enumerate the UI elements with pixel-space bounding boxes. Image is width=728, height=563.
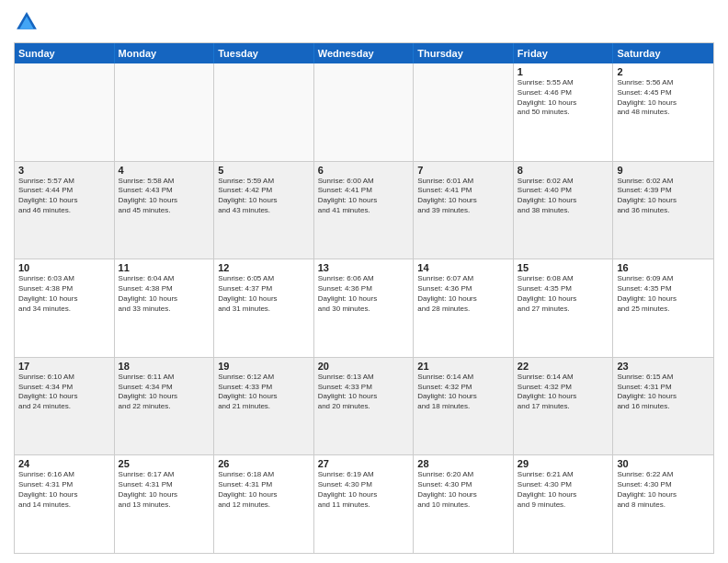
day-number: 3 bbox=[18, 165, 110, 176]
weekday-header-saturday: Saturday bbox=[613, 43, 713, 63]
day-number: 12 bbox=[218, 262, 310, 273]
day-info: Sunrise: 6:21 AM Sunset: 4:30 PM Dayligh… bbox=[518, 470, 609, 510]
day-number: 25 bbox=[119, 458, 210, 469]
day-info: Sunrise: 6:20 AM Sunset: 4:30 PM Dayligh… bbox=[417, 470, 509, 510]
day-number: 27 bbox=[318, 458, 410, 469]
page: SundayMondayTuesdayWednesdayThursdayFrid… bbox=[0, 0, 728, 563]
calendar-cell: 29Sunrise: 6:21 AM Sunset: 4:30 PM Dayli… bbox=[514, 455, 614, 553]
calendar-cell: 13Sunrise: 6:06 AM Sunset: 4:36 PM Dayli… bbox=[314, 259, 415, 357]
day-info: Sunrise: 5:58 AM Sunset: 4:43 PM Dayligh… bbox=[119, 177, 210, 216]
day-number: 24 bbox=[18, 458, 110, 469]
weekday-header-friday: Friday bbox=[514, 43, 614, 63]
calendar-cell bbox=[314, 63, 415, 161]
calendar-cell: 5Sunrise: 5:59 AM Sunset: 4:42 PM Daylig… bbox=[214, 162, 314, 259]
calendar-cell: 21Sunrise: 6:14 AM Sunset: 4:32 PM Dayli… bbox=[414, 358, 514, 455]
calendar-cell: 24Sunrise: 6:16 AM Sunset: 4:31 PM Dayli… bbox=[15, 455, 115, 553]
day-number: 22 bbox=[518, 361, 609, 372]
calendar-cell: 26Sunrise: 6:18 AM Sunset: 4:31 PM Dayli… bbox=[214, 455, 314, 553]
calendar-cell: 23Sunrise: 6:15 AM Sunset: 4:31 PM Dayli… bbox=[613, 358, 713, 455]
day-info: Sunrise: 6:11 AM Sunset: 4:34 PM Dayligh… bbox=[119, 373, 210, 412]
weekday-header-sunday: Sunday bbox=[15, 43, 115, 63]
weekday-header-monday: Monday bbox=[115, 43, 215, 63]
day-number: 16 bbox=[617, 262, 710, 273]
day-number: 20 bbox=[318, 361, 410, 372]
calendar-body: 1Sunrise: 5:55 AM Sunset: 4:46 PM Daylig… bbox=[15, 63, 713, 553]
calendar-cell: 16Sunrise: 6:09 AM Sunset: 4:35 PM Dayli… bbox=[613, 259, 713, 357]
day-number: 15 bbox=[518, 262, 609, 273]
calendar-header: SundayMondayTuesdayWednesdayThursdayFrid… bbox=[15, 43, 713, 63]
header bbox=[14, 9, 714, 35]
calendar-cell: 2Sunrise: 5:56 AM Sunset: 4:45 PM Daylig… bbox=[613, 63, 713, 161]
day-info: Sunrise: 5:55 AM Sunset: 4:46 PM Dayligh… bbox=[518, 78, 609, 118]
calendar-cell: 3Sunrise: 5:57 AM Sunset: 4:44 PM Daylig… bbox=[15, 162, 115, 259]
day-info: Sunrise: 5:56 AM Sunset: 4:45 PM Dayligh… bbox=[617, 78, 710, 118]
calendar-cell: 27Sunrise: 6:19 AM Sunset: 4:30 PM Dayli… bbox=[314, 455, 415, 553]
day-info: Sunrise: 6:02 AM Sunset: 4:40 PM Dayligh… bbox=[518, 177, 609, 216]
calendar-cell: 4Sunrise: 5:58 AM Sunset: 4:43 PM Daylig… bbox=[115, 162, 215, 259]
day-number: 13 bbox=[318, 262, 410, 273]
calendar-cell: 12Sunrise: 6:05 AM Sunset: 4:37 PM Dayli… bbox=[214, 259, 314, 357]
day-info: Sunrise: 5:59 AM Sunset: 4:42 PM Dayligh… bbox=[218, 177, 310, 216]
day-info: Sunrise: 6:18 AM Sunset: 4:31 PM Dayligh… bbox=[218, 470, 310, 510]
day-number: 4 bbox=[119, 165, 210, 176]
day-number: 17 bbox=[18, 361, 110, 372]
day-info: Sunrise: 6:00 AM Sunset: 4:41 PM Dayligh… bbox=[318, 177, 410, 216]
day-info: Sunrise: 6:02 AM Sunset: 4:39 PM Dayligh… bbox=[617, 177, 710, 216]
calendar-cell: 1Sunrise: 5:55 AM Sunset: 4:46 PM Daylig… bbox=[514, 63, 614, 161]
calendar-cell: 7Sunrise: 6:01 AM Sunset: 4:41 PM Daylig… bbox=[414, 162, 514, 259]
day-number: 10 bbox=[18, 262, 110, 273]
weekday-header-thursday: Thursday bbox=[414, 43, 514, 63]
day-number: 18 bbox=[119, 361, 210, 372]
weekday-header-tuesday: Tuesday bbox=[214, 43, 314, 63]
calendar-cell bbox=[414, 63, 514, 161]
calendar-cell: 10Sunrise: 6:03 AM Sunset: 4:38 PM Dayli… bbox=[15, 259, 115, 357]
calendar-row-2: 10Sunrise: 6:03 AM Sunset: 4:38 PM Dayli… bbox=[15, 259, 713, 357]
day-info: Sunrise: 6:14 AM Sunset: 4:32 PM Dayligh… bbox=[417, 373, 509, 412]
day-number: 5 bbox=[218, 165, 310, 176]
calendar-cell: 6Sunrise: 6:00 AM Sunset: 4:41 PM Daylig… bbox=[314, 162, 415, 259]
day-number: 21 bbox=[417, 361, 509, 372]
day-number: 30 bbox=[617, 458, 710, 469]
calendar-cell: 30Sunrise: 6:22 AM Sunset: 4:30 PM Dayli… bbox=[613, 455, 713, 553]
calendar-cell: 19Sunrise: 6:12 AM Sunset: 4:33 PM Dayli… bbox=[214, 358, 314, 455]
day-info: Sunrise: 6:08 AM Sunset: 4:35 PM Dayligh… bbox=[518, 274, 609, 314]
day-number: 2 bbox=[617, 66, 710, 77]
calendar-cell: 15Sunrise: 6:08 AM Sunset: 4:35 PM Dayli… bbox=[514, 259, 614, 357]
calendar-cell: 28Sunrise: 6:20 AM Sunset: 4:30 PM Dayli… bbox=[414, 455, 514, 553]
day-info: Sunrise: 6:01 AM Sunset: 4:41 PM Dayligh… bbox=[417, 177, 509, 216]
day-info: Sunrise: 6:06 AM Sunset: 4:36 PM Dayligh… bbox=[318, 274, 410, 314]
day-info: Sunrise: 6:22 AM Sunset: 4:30 PM Dayligh… bbox=[617, 470, 710, 510]
calendar-cell: 22Sunrise: 6:14 AM Sunset: 4:32 PM Dayli… bbox=[514, 358, 614, 455]
day-number: 28 bbox=[417, 458, 509, 469]
day-info: Sunrise: 5:57 AM Sunset: 4:44 PM Dayligh… bbox=[18, 177, 110, 216]
calendar-cell: 11Sunrise: 6:04 AM Sunset: 4:38 PM Dayli… bbox=[115, 259, 215, 357]
day-number: 19 bbox=[218, 361, 310, 372]
calendar-cell: 8Sunrise: 6:02 AM Sunset: 4:40 PM Daylig… bbox=[514, 162, 614, 259]
day-info: Sunrise: 6:10 AM Sunset: 4:34 PM Dayligh… bbox=[18, 373, 110, 412]
day-info: Sunrise: 6:15 AM Sunset: 4:31 PM Dayligh… bbox=[617, 373, 710, 412]
calendar-cell: 18Sunrise: 6:11 AM Sunset: 4:34 PM Dayli… bbox=[115, 358, 215, 455]
day-number: 6 bbox=[318, 165, 410, 176]
calendar-row-0: 1Sunrise: 5:55 AM Sunset: 4:46 PM Daylig… bbox=[15, 63, 713, 161]
calendar-cell: 14Sunrise: 6:07 AM Sunset: 4:36 PM Dayli… bbox=[414, 259, 514, 357]
day-info: Sunrise: 6:19 AM Sunset: 4:30 PM Dayligh… bbox=[318, 470, 410, 510]
day-info: Sunrise: 6:05 AM Sunset: 4:37 PM Dayligh… bbox=[218, 274, 310, 314]
day-info: Sunrise: 6:16 AM Sunset: 4:31 PM Dayligh… bbox=[18, 470, 110, 510]
calendar-cell bbox=[115, 63, 215, 161]
calendar-row-4: 24Sunrise: 6:16 AM Sunset: 4:31 PM Dayli… bbox=[15, 454, 713, 553]
logo bbox=[14, 9, 43, 35]
calendar-row-1: 3Sunrise: 5:57 AM Sunset: 4:44 PM Daylig… bbox=[15, 161, 713, 259]
day-number: 11 bbox=[119, 262, 210, 273]
day-info: Sunrise: 6:12 AM Sunset: 4:33 PM Dayligh… bbox=[218, 373, 310, 412]
day-info: Sunrise: 6:07 AM Sunset: 4:36 PM Dayligh… bbox=[417, 274, 509, 314]
day-info: Sunrise: 6:03 AM Sunset: 4:38 PM Dayligh… bbox=[18, 274, 110, 314]
calendar-cell: 20Sunrise: 6:13 AM Sunset: 4:33 PM Dayli… bbox=[314, 358, 415, 455]
day-number: 23 bbox=[617, 361, 710, 372]
day-number: 1 bbox=[518, 66, 609, 77]
calendar-cell: 17Sunrise: 6:10 AM Sunset: 4:34 PM Dayli… bbox=[15, 358, 115, 455]
calendar: SundayMondayTuesdayWednesdayThursdayFrid… bbox=[14, 42, 714, 554]
day-info: Sunrise: 6:17 AM Sunset: 4:31 PM Dayligh… bbox=[119, 470, 210, 510]
weekday-header-wednesday: Wednesday bbox=[314, 43, 415, 63]
calendar-row-3: 17Sunrise: 6:10 AM Sunset: 4:34 PM Dayli… bbox=[15, 357, 713, 455]
day-info: Sunrise: 6:13 AM Sunset: 4:33 PM Dayligh… bbox=[318, 373, 410, 412]
